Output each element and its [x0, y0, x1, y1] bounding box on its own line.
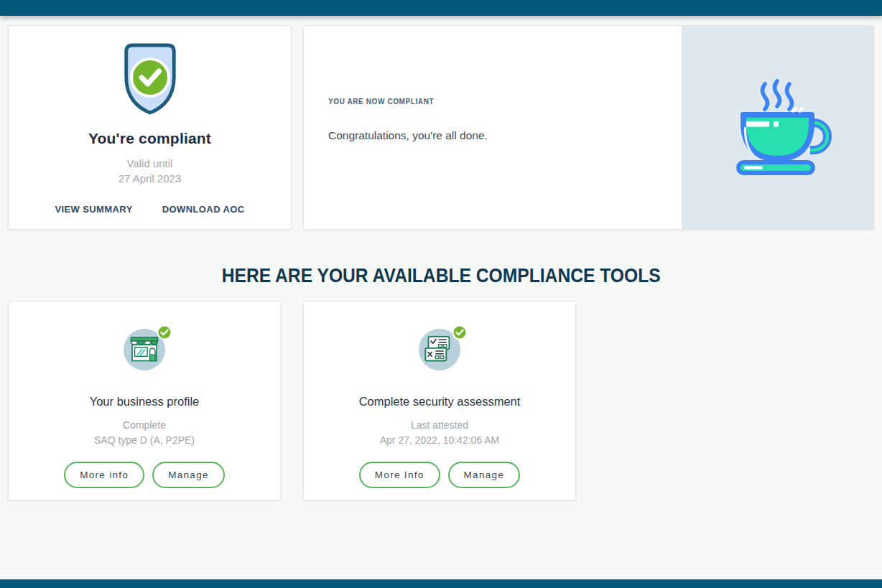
bottom-bar	[0, 579, 882, 588]
tool-title: Complete security assessment	[304, 395, 575, 409]
congratulations-text-block: YOU ARE NOW COMPLIANT Congratulations, y…	[304, 26, 682, 229]
check-badge-icon	[452, 325, 468, 343]
top-navigation-bar	[0, 0, 882, 16]
compliance-dashboard: You're compliant Valid until 27 April 20…	[0, 0, 882, 588]
illustration-panel	[682, 26, 873, 229]
manage-button[interactable]: Manage	[448, 462, 521, 488]
valid-until-date: 27 April 2023	[9, 172, 291, 185]
congratulations-message: Congratulations, you're all done.	[328, 129, 682, 142]
valid-until-label: Valid until	[9, 157, 291, 169]
coffee-cup-icon	[724, 73, 832, 183]
download-aoc-link[interactable]: DOWNLOAD AOC	[162, 204, 245, 215]
tool-card-security-assessment: Complete security assessment Last attest…	[303, 301, 576, 500]
congratulations-card: YOU ARE NOW COMPLIANT Congratulations, y…	[303, 25, 874, 230]
tool-status-line: Last attested	[304, 419, 575, 431]
view-summary-link[interactable]: VIEW SUMMARY	[55, 204, 132, 215]
assessment-forms-icon	[417, 362, 462, 374]
storefront-icon	[122, 362, 167, 374]
tool-status-line: Complete	[9, 419, 280, 431]
tool-status-detail: SAQ type D (A, P2PE)	[9, 434, 280, 446]
tool-card-business-profile: Your business profile Complete SAQ type …	[8, 301, 281, 500]
more-info-button[interactable]: More Info	[359, 462, 440, 488]
compliance-card-actions: VIEW SUMMARY DOWNLOAD AOC	[9, 204, 291, 215]
compliance-status-title: You're compliant	[9, 130, 291, 147]
section-heading: HERE ARE YOUR AVAILABLE COMPLIANCE TOOLS	[0, 264, 882, 287]
manage-button[interactable]: Manage	[152, 462, 225, 488]
check-badge-icon	[157, 325, 172, 343]
more-info-button[interactable]: More info	[64, 462, 144, 488]
compliance-status-card: You're compliant Valid until 27 April 20…	[8, 25, 292, 230]
tool-title: Your business profile	[9, 395, 280, 409]
tool-status-detail: Apr 27, 2022, 10:42:06 AM	[304, 434, 575, 446]
shield-check-icon	[9, 41, 291, 117]
compliant-eyebrow-label: YOU ARE NOW COMPLIANT	[328, 98, 682, 106]
